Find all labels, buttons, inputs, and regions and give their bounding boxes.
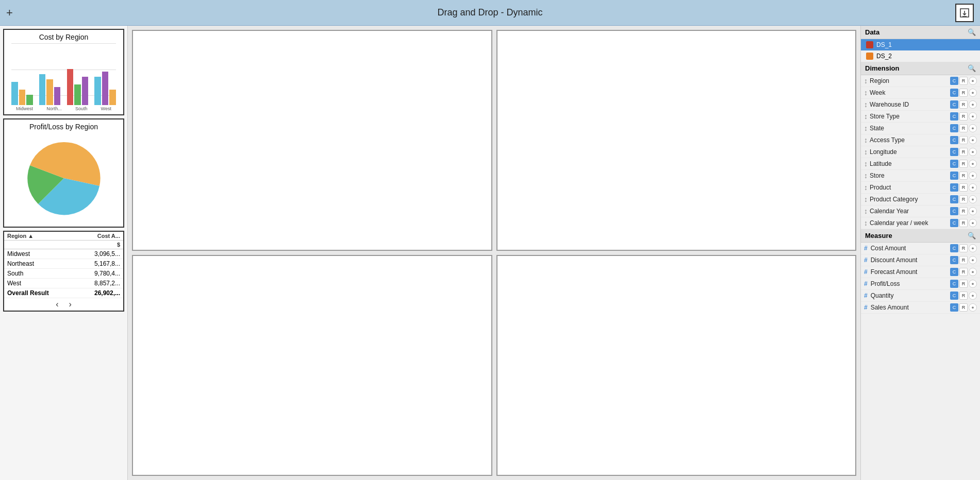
drop-zone-2[interactable] (496, 30, 857, 251)
measure-row-button[interactable]: R (959, 244, 968, 252)
column-button[interactable]: C (950, 219, 958, 227)
column-button[interactable]: C (950, 112, 958, 121)
table-cell-value: 5,167,8... (75, 259, 123, 269)
options-button[interactable]: ● (969, 89, 977, 97)
column-button[interactable]: C (950, 160, 958, 168)
add-button[interactable]: + (6, 6, 13, 20)
dimension-buttons: CR● (950, 124, 977, 132)
options-button[interactable]: ● (969, 124, 977, 132)
column-button[interactable]: C (950, 100, 958, 109)
row-button[interactable]: R (959, 172, 968, 180)
column-button[interactable]: C (950, 89, 958, 97)
drag-handle-icon[interactable]: ↕ (864, 172, 868, 180)
column-button[interactable]: C (950, 172, 958, 180)
bar-group (39, 45, 61, 105)
measure-column-button[interactable]: C (950, 268, 958, 276)
measure-label: Quantity (871, 292, 948, 299)
options-button[interactable]: ● (969, 112, 977, 121)
drag-handle-icon[interactable]: ↕ (864, 136, 868, 144)
drag-handle-icon[interactable]: ↕ (864, 124, 868, 132)
dimension-item: ↕Warehouse IDCR● (861, 99, 980, 111)
data-table: Region ▲ Cost A... $ Midwest3,096,5...No… (4, 232, 123, 298)
column-button[interactable]: C (950, 183, 958, 192)
drag-handle-icon[interactable]: ↕ (864, 160, 868, 168)
drag-handle-icon[interactable]: ↕ (864, 207, 868, 215)
row-button[interactable]: R (959, 124, 968, 132)
measure-row-button[interactable]: R (959, 268, 968, 276)
measure-column-button[interactable]: C (950, 292, 958, 300)
options-button[interactable]: ● (969, 77, 977, 85)
measure-options-button[interactable]: ● (969, 244, 977, 252)
row-button[interactable]: R (959, 207, 968, 215)
drop-zone-3[interactable] (132, 255, 492, 476)
drag-handle-icon[interactable]: ↕ (864, 112, 868, 121)
measure-row-button[interactable]: R (959, 292, 968, 300)
table-row: South9,780,4... (4, 269, 123, 279)
table-row: Northeast5,167,8... (4, 259, 123, 269)
measure-row-button[interactable]: R (959, 280, 968, 288)
measure-row-button[interactable]: R (959, 303, 968, 312)
row-button[interactable]: R (959, 148, 968, 156)
measure-column-button[interactable]: C (950, 256, 958, 264)
measure-search-button[interactable]: 🔍 (968, 232, 976, 239)
measure-column-button[interactable]: C (950, 303, 958, 312)
row-button[interactable]: R (959, 100, 968, 109)
table-next-button[interactable]: › (69, 300, 72, 309)
row-button[interactable]: R (959, 183, 968, 192)
options-button[interactable]: ● (969, 172, 977, 180)
measure-options-button[interactable]: ● (969, 292, 977, 300)
options-button[interactable]: ● (969, 219, 977, 227)
row-button[interactable]: R (959, 112, 968, 121)
measure-column-button[interactable]: C (950, 244, 958, 252)
dimension-buttons: CR● (950, 136, 977, 144)
drop-zone-1[interactable] (132, 30, 492, 251)
measure-options-button[interactable]: ● (969, 303, 977, 312)
drag-handle-icon[interactable]: ↕ (864, 183, 868, 192)
row-button[interactable]: R (959, 77, 968, 85)
row-button[interactable]: R (959, 195, 968, 203)
pie-chart-widget: Profit/Loss by Region (3, 118, 124, 228)
datasource-item-ds_2[interactable]: DS_2 (861, 50, 980, 62)
table-prev-button[interactable]: ‹ (56, 300, 58, 309)
measure-column-button[interactable]: C (950, 280, 958, 288)
datasource-list: DS_1DS_2 (861, 39, 980, 62)
row-button[interactable]: R (959, 89, 968, 97)
options-button[interactable]: ● (969, 148, 977, 156)
bar (39, 74, 46, 105)
dimension-buttons: CR● (950, 77, 977, 85)
measure-options-button[interactable]: ● (969, 256, 977, 264)
pie-chart-title: Profit/Loss by Region (7, 123, 120, 131)
dimension-search-button[interactable]: 🔍 (968, 64, 976, 72)
pie-chart-area (7, 133, 120, 224)
measure-options-button[interactable]: ● (969, 280, 977, 288)
drag-handle-icon[interactable]: ↕ (864, 219, 868, 227)
measure-row-button[interactable]: R (959, 256, 968, 264)
drop-zone-4[interactable] (496, 255, 857, 476)
datasource-item-ds_1[interactable]: DS_1 (861, 39, 980, 50)
column-button[interactable]: C (950, 124, 958, 132)
column-button[interactable]: C (950, 77, 958, 85)
measure-options-button[interactable]: ● (969, 268, 977, 276)
row-button[interactable]: R (959, 160, 968, 168)
row-button[interactable]: R (959, 136, 968, 144)
drag-handle-icon[interactable]: ↕ (864, 195, 868, 203)
export-button[interactable] (955, 4, 974, 22)
options-button[interactable]: ● (969, 207, 977, 215)
data-search-button[interactable]: 🔍 (968, 28, 976, 36)
row-button[interactable]: R (959, 219, 968, 227)
options-button[interactable]: ● (969, 195, 977, 203)
drag-handle-icon[interactable]: ↕ (864, 100, 868, 109)
drag-handle-icon[interactable]: ↕ (864, 77, 868, 85)
options-button[interactable]: ● (969, 100, 977, 109)
column-button[interactable]: C (950, 148, 958, 156)
bar-label-north: North... (46, 106, 62, 111)
options-button[interactable]: ● (969, 183, 977, 192)
column-button[interactable]: C (950, 207, 958, 215)
measure-label: Cost Amount (871, 245, 948, 252)
column-button[interactable]: C (950, 136, 958, 144)
options-button[interactable]: ● (969, 136, 977, 144)
options-button[interactable]: ● (969, 160, 977, 168)
column-button[interactable]: C (950, 195, 958, 203)
drag-handle-icon[interactable]: ↕ (864, 89, 868, 97)
drag-handle-icon[interactable]: ↕ (864, 148, 868, 156)
